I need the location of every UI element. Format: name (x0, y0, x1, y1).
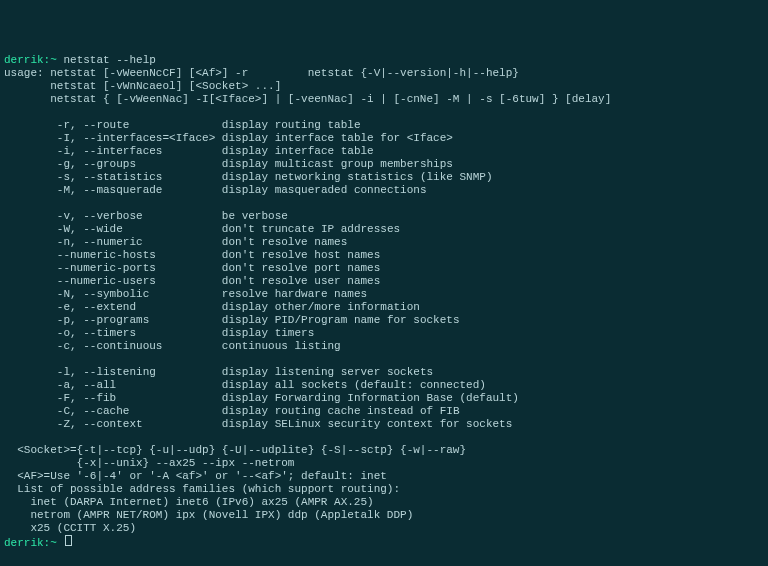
option-row: -l, --listening display listening server… (4, 366, 433, 378)
option-row: -W, --wide don't truncate IP addresses (4, 223, 400, 235)
option-row: -F, --fib display Forwarding Information… (4, 392, 519, 404)
af-line-4: x25 (CCITT X.25) (4, 522, 136, 534)
option-row: -s, --statistics display networking stat… (4, 171, 493, 183)
option-row: -Z, --context display SELinux security c… (4, 418, 512, 430)
option-row: -i, --interfaces display interface table (4, 145, 374, 157)
option-row: -e, --extend display other/more informat… (4, 301, 420, 313)
usage-line-0: usage: netstat [-vWeenNcCF] [<Af>] -r ne… (4, 67, 519, 79)
usage-line-1: netstat [-vWnNcaeol] [<Socket> ...] (4, 80, 281, 92)
af-line-2: inet (DARPA Internet) inet6 (IPv6) ax25 … (4, 496, 374, 508)
prompt-1: derrik:~ (4, 54, 57, 66)
option-row: --numeric-ports don't resolve port names (4, 262, 380, 274)
option-row: -p, --programs display PID/Program name … (4, 314, 460, 326)
socket-line-1: {-x|--unix} --ax25 --ipx --netrom (4, 457, 294, 469)
socket-line-0: <Socket>={-t|--tcp} {-u|--udp} {-U|--udp… (4, 444, 466, 456)
option-row: --numeric-users don't resolve user names (4, 275, 380, 287)
option-row: -n, --numeric don't resolve names (4, 236, 347, 248)
option-row: -a, --all display all sockets (default: … (4, 379, 486, 391)
af-line-0: <AF>=Use '-6|-4' or '-A <af>' or '--<af>… (4, 470, 387, 482)
option-row: -N, --symbolic resolve hardware names (4, 288, 367, 300)
option-row: -r, --route display routing table (4, 119, 360, 131)
af-line-3: netrom (AMPR NET/ROM) ipx (Novell IPX) d… (4, 509, 413, 521)
option-row: -I, --interfaces=<Iface> display interfa… (4, 132, 453, 144)
usage-line-2: netstat { [-vWeenNac] -I[<Iface>] | [-ve… (4, 93, 611, 105)
prompt-2: derrik:~ (4, 537, 57, 549)
command-input: netstat --help (63, 54, 155, 66)
option-row: -o, --timers display timers (4, 327, 314, 339)
option-row: -c, --continuous continuous listing (4, 340, 341, 352)
cursor[interactable] (65, 535, 72, 546)
option-row: --numeric-hosts don't resolve host names (4, 249, 380, 261)
af-line-1: List of possible address families (which… (4, 483, 400, 495)
option-row: -M, --masquerade display masqueraded con… (4, 184, 427, 196)
option-row: -C, --cache display routing cache instea… (4, 405, 460, 417)
option-row: -v, --verbose be verbose (4, 210, 288, 222)
option-row: -g, --groups display multicast group mem… (4, 158, 453, 170)
